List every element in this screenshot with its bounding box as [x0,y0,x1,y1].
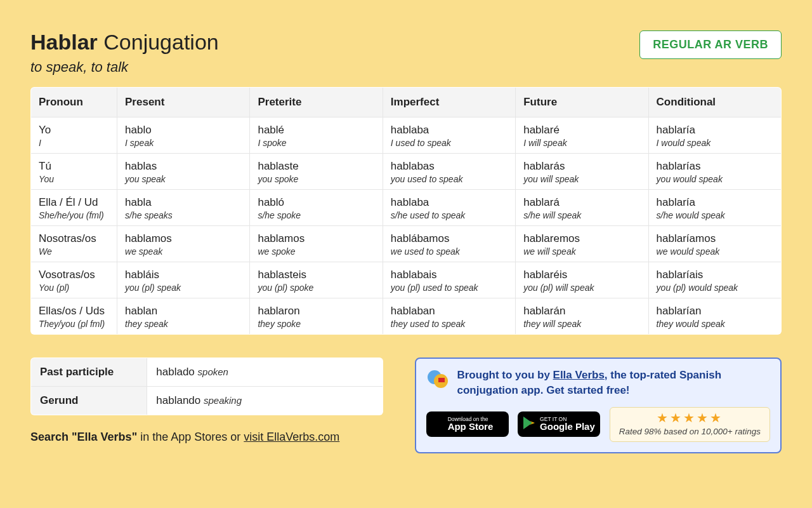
past-participle-en: spoken [198,366,228,377]
search-prefix: Search "Ella Verbs" [30,431,137,443]
column-header: Preterite [250,88,383,117]
pronoun-cell: Ella / Él / UdShe/he/you (fml) [31,190,117,226]
conjugation-cell: hablarásyou will speak [516,154,648,190]
conjugation-cell: habloI speak [117,117,250,154]
conjugation-cell: hablabaisyou (pl) used to speak [383,262,515,298]
verb-name: Hablar [30,30,98,54]
gerund-cell: hablando speaking [147,387,383,415]
page-title: Hablar Conjugation [30,30,219,54]
gerund-en: speaking [204,395,242,406]
pronoun-cell: TúYou [31,154,117,190]
table-row: TúYouhablasyou speakhablasteyou spokehab… [31,154,782,190]
table-row: YoIhabloI speakhabléI spokehablabaI used… [31,117,782,154]
past-participle-cell: hablado spoken [147,358,383,387]
conjugation-cell: habláisyou (pl) speak [117,262,250,298]
page-header: Hablar Conjugation to speak, to talk REG… [30,30,782,76]
svg-rect-2 [438,378,445,382]
pronoun-cell: Ellas/os / UdsThey/you (pl fml) [31,298,117,335]
conjugation-cell: hablarías/he would speak [648,190,781,226]
conjugation-cell: hablaríasyou would speak [648,154,781,190]
rating-box: ★★★★★ Rated 98% based on 10,000+ ratings [610,407,770,442]
play-icon [523,417,535,432]
pronoun-cell: Vosotras/osYou (pl) [31,262,117,298]
conjugation-cell: hablabasyou used to speak [383,154,515,190]
column-header: Imperfect [383,88,515,117]
promo-box: Brought to you by Ella Verbs, the top-ra… [415,358,782,453]
search-middle: in the App Stores or [137,431,244,443]
pronoun-cell: YoI [31,117,117,154]
verb-type-badge: REGULAR AR VERB [639,30,782,59]
table-row: Ella / Él / UdShe/he/you (fml)hablas/he … [31,190,782,226]
conjugation-cell: hablamoswe speak [117,226,250,262]
non-finite-forms-table: Past participle hablado spoken Gerund ha… [30,358,383,415]
conjugation-cell: hablasyou speak [117,154,250,190]
table-row: Vosotras/osYou (pl)habláisyou (pl) speak… [31,262,782,298]
verb-translation: to speak, to talk [30,59,219,76]
conjugation-cell: hablaréI will speak [516,117,648,154]
conjugation-cell: hablas/he speaks [117,190,250,226]
promo-text: Brought to you by Ella Verbs, the top-ra… [457,368,770,398]
pronoun-cell: Nosotras/osWe [31,226,117,262]
conjugation-cell: hablamoswe spoke [250,226,383,262]
conjugation-cell: hablós/he spoke [250,190,383,226]
search-instruction: Search "Ella Verbs" in the App Stores or… [30,431,383,444]
conjugation-cell: hablaremoswe will speak [516,226,648,262]
column-header: Pronoun [31,88,117,117]
conjugation-cell: hablasteyou spoke [250,154,383,190]
promo-ellaverbs-link[interactable]: Ella Verbs [553,369,605,381]
table-row: Ellas/os / UdsThey/you (pl fml)hablanthe… [31,298,782,335]
past-participle: hablado [156,366,195,378]
column-header: Future [516,88,648,117]
conjugation-cell: habléI spoke [250,117,383,154]
conjugation-cell: hablaríaI would speak [648,117,781,154]
star-icons: ★★★★★ [619,411,761,424]
conjugation-cell: hablaríanthey would speak [648,298,781,335]
ellaverbs-link[interactable]: visit EllaVerbs.com [244,431,339,443]
gerund: hablando [156,394,200,406]
conjugation-cell: hablaronthey spoke [250,298,383,335]
conjugation-cell: hablasteisyou (pl) spoke [250,262,383,298]
gerund-label: Gerund [31,387,147,415]
conjugation-cell: hablaríamoswe would speak [648,226,781,262]
app-store-button[interactable]: Download on theApp Store [426,411,509,437]
conjugation-cell: hablabanthey used to speak [383,298,515,335]
google-play-button[interactable]: GET IT ONGoogle Play [518,411,600,437]
table-row: Nosotras/osWehablamoswe speakhablamoswe … [31,226,782,262]
past-participle-label: Past participle [31,358,147,387]
conjugation-cell: hablaríaisyou (pl) would speak [648,262,781,298]
conjugation-table: PronounPresentPreteriteImperfectFutureCo… [30,87,782,335]
conjugation-cell: hablarás/he will speak [516,190,648,226]
conjugation-cell: hablaránthey will speak [516,298,648,335]
title-suffix: Conjugation [98,30,219,54]
column-header: Present [117,88,250,117]
svg-marker-3 [523,417,532,429]
conjugation-cell: hablanthey speak [117,298,250,335]
column-header: Conditional [648,88,781,117]
ellaverbs-logo-icon [426,368,449,391]
conjugation-cell: hablabas/he used to speak [383,190,515,226]
conjugation-cell: hablabaI used to speak [383,117,515,154]
rating-text: Rated 98% based on 10,000+ ratings [619,427,761,436]
conjugation-cell: hablábamoswe used to speak [383,226,515,262]
conjugation-cell: hablaréisyou (pl) will speak [516,262,648,298]
